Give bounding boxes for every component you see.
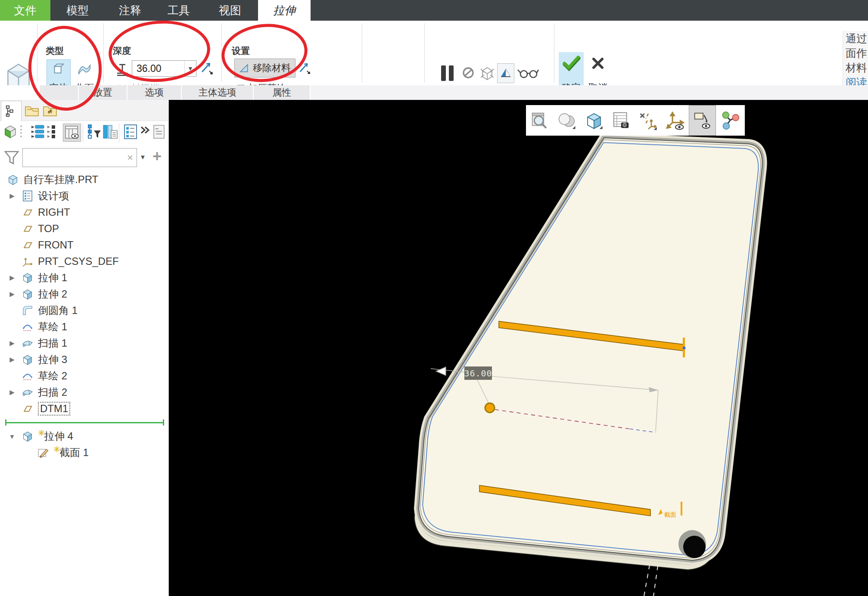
- tree-item-设计项[interactable]: ▶设计项: [0, 188, 168, 204]
- tree-item-TOP[interactable]: TOP: [0, 220, 168, 237]
- tree-item-草绘 2[interactable]: 草绘 2: [0, 368, 168, 384]
- remove-material-toggle[interactable]: 移除材料: [234, 59, 296, 78]
- tree-item-label[interactable]: TOP: [38, 223, 59, 235]
- tree-item-label[interactable]: DTM1: [38, 402, 70, 416]
- tree-item-label[interactable]: 草绘 1: [38, 320, 67, 334]
- add-filter-icon[interactable]: +: [152, 147, 162, 165]
- tree-item-label[interactable]: 拉伸 3: [38, 353, 67, 366]
- depth-blind-icon[interactable]: [115, 62, 130, 78]
- tree-item-label[interactable]: 草绘 2: [38, 369, 67, 383]
- expander-right-icon[interactable]: ▶: [9, 388, 16, 396]
- section-tag-label: 截面: [664, 511, 676, 518]
- filter-dropdown-caret-icon[interactable]: ▼: [140, 153, 146, 161]
- display-style-icon[interactable]: [553, 105, 580, 136]
- dashboard-tab-选项[interactable]: 选项: [128, 85, 182, 100]
- saved-views-icon[interactable]: [580, 105, 607, 136]
- no-preview-icon[interactable]: [462, 66, 475, 79]
- tree-item-label[interactable]: 拉伸 1: [38, 271, 67, 285]
- expander-right-icon[interactable]: ▶: [9, 192, 16, 200]
- tree-item-扫描 1[interactable]: ▶扫描 1: [0, 335, 168, 351]
- tree-item-label[interactable]: 拉伸 2: [38, 287, 67, 301]
- depth-dropdown-caret-icon[interactable]: ▼: [184, 61, 196, 76]
- menu-tab-2[interactable]: 注释: [105, 0, 156, 21]
- tree-item-label[interactable]: 设计项: [38, 189, 69, 203]
- tree-item-label[interactable]: 自行车挂牌.PRT: [23, 173, 98, 186]
- expand-list-icon[interactable]: [30, 124, 46, 139]
- flip-material-icon[interactable]: [297, 60, 311, 76]
- depth-drag-handle[interactable]: [485, 403, 495, 413]
- tree-item-截面 1[interactable]: ✳截面 1: [0, 444, 168, 461]
- menu-tab-0[interactable]: 文件: [0, 0, 50, 21]
- verify-icon[interactable]: [497, 63, 514, 83]
- columns-visibility-icon[interactable]: [63, 124, 81, 142]
- glasses-icon[interactable]: [517, 67, 539, 80]
- tree-item-label[interactable]: RIGHT: [38, 206, 70, 218]
- expander-right-icon[interactable]: ▶: [9, 274, 16, 282]
- graphics-toolbar: [526, 105, 745, 136]
- ribbon-separator: [362, 23, 362, 83]
- tree-item-倒圆角 1[interactable]: 倒圆角 1: [0, 302, 168, 319]
- tree-item-拉伸 2[interactable]: ▶拉伸 2: [0, 286, 168, 302]
- menu-tab-3[interactable]: 工具: [156, 0, 202, 21]
- wireframe-preview-icon[interactable]: [479, 65, 495, 81]
- drag-arrow-handle[interactable]: [436, 367, 446, 376]
- tree-filter-input[interactable]: ×: [22, 148, 137, 167]
- collapse-list-icon[interactable]: [46, 124, 61, 139]
- view-manager-icon[interactable]: [607, 105, 635, 136]
- datum-display-icon[interactable]: [635, 105, 662, 136]
- active-model-icon[interactable]: [3, 124, 18, 139]
- tree-item-DTM1[interactable]: DTM1: [0, 400, 168, 417]
- spin-center-icon[interactable]: [662, 105, 689, 136]
- tree-item-拉伸 3[interactable]: ▶拉伸 3: [0, 351, 168, 368]
- folder-search-icon[interactable]: [41, 102, 59, 120]
- tree-item-label[interactable]: FRONT: [38, 239, 74, 251]
- overflow-chevrons-icon[interactable]: [140, 124, 151, 137]
- dashboard-tab-主体选项[interactable]: 主体选项: [182, 85, 254, 100]
- pause-icon[interactable]: [439, 65, 456, 82]
- dimension-value-text[interactable]: 36.00: [464, 368, 492, 379]
- tree-item-label[interactable]: PRT_CSYS_DEF: [38, 255, 119, 267]
- tree-item-自行车挂牌.PRT[interactable]: 自行车挂牌.PRT: [0, 171, 168, 188]
- settings-group-label: 设置: [232, 45, 250, 57]
- tree-item-label[interactable]: 截面 1: [59, 446, 89, 459]
- expander-right-icon[interactable]: ▶: [9, 290, 16, 298]
- ribbon-separator: [424, 23, 425, 83]
- clear-filter-icon[interactable]: ×: [127, 152, 133, 164]
- layer-columns-icon[interactable]: [102, 124, 119, 140]
- model-graph-icon[interactable]: [716, 105, 743, 136]
- tree-item-拉伸 1[interactable]: ▶拉伸 1: [0, 270, 168, 286]
- annotation-display-icon[interactable]: [689, 105, 716, 136]
- tree-item-RIGHT[interactable]: RIGHT: [0, 204, 168, 220]
- depth-value-input[interactable]: 36.00 ▼: [132, 60, 196, 77]
- tree-item-FRONT[interactable]: FRONT: [0, 237, 168, 253]
- menu-tab-1[interactable]: 模型: [50, 0, 105, 21]
- tree-item-PRT_CSYS_DEF[interactable]: PRT_CSYS_DEF: [0, 253, 168, 270]
- insert-here-marker[interactable]: [0, 417, 168, 428]
- tree-item-草绘 1[interactable]: 草绘 1: [0, 319, 168, 335]
- ribbon-separator: [103, 23, 104, 83]
- tree-item-label[interactable]: 扫描 1: [38, 336, 67, 350]
- expander-right-icon[interactable]: ▶: [9, 339, 16, 347]
- flip-depth-icon[interactable]: [199, 60, 214, 76]
- tree-item-拉伸 4[interactable]: ▼✳拉伸 4: [0, 428, 168, 444]
- model-tree-icon[interactable]: [1, 101, 22, 121]
- dashboard-tab-属性[interactable]: 属性: [254, 85, 311, 100]
- tree-filter-icon[interactable]: [86, 124, 103, 140]
- expander-down-icon[interactable]: ▼: [9, 433, 16, 440]
- expander-right-icon[interactable]: ▶: [9, 356, 16, 363]
- dashboard-tab-放置[interactable]: 放置: [79, 85, 128, 100]
- checklist-icon[interactable]: [122, 124, 139, 140]
- tree-item-label[interactable]: 倒圆角 1: [38, 304, 78, 317]
- graphics-viewport[interactable]: 36.00 截面: [169, 100, 868, 596]
- zoom-refit-icon[interactable]: [526, 105, 553, 136]
- folder-icon[interactable]: [23, 102, 40, 120]
- notes-icon[interactable]: [152, 124, 166, 140]
- grip-dots-icon[interactable]: [19, 124, 23, 141]
- extrude-icon: [21, 271, 34, 285]
- depth-value[interactable]: 36.00: [132, 63, 184, 74]
- tree-item-label[interactable]: 扫描 2: [38, 385, 67, 399]
- tree-item-label[interactable]: 拉伸 4: [44, 429, 73, 443]
- tree-item-扫描 2[interactable]: ▶扫描 2: [0, 384, 168, 400]
- menu-tab-4[interactable]: 视图: [202, 0, 258, 21]
- menu-tab-5[interactable]: 拉伸: [258, 0, 311, 21]
